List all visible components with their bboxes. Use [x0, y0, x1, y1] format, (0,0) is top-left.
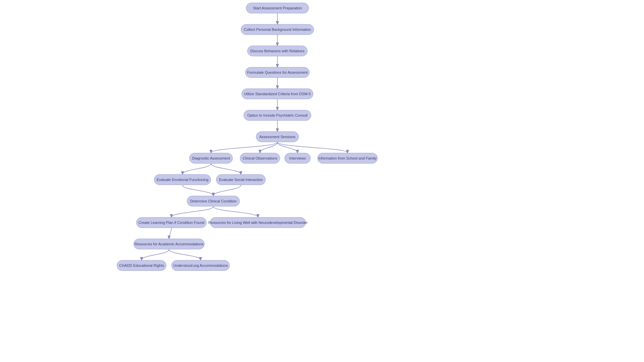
flowchart: Start Assessment PreparationCollect Pers… [0, 0, 644, 362]
node-understood: Understood.org Accommodations [171, 260, 230, 271]
node-assessment: Assessment Sessions [256, 131, 299, 142]
node-determine: Determine Clinical Condition [187, 196, 240, 206]
node-social: Evaluate Social Interaction [216, 174, 266, 185]
node-utilize: Utilize Standardized Criteria from DSM-5 [241, 88, 313, 99]
node-collect: Collect Personal Background Information [241, 24, 314, 35]
node-academic: Resources for Academic Accommodations [133, 239, 205, 249]
node-chadd: CHADD Educational Rights [117, 260, 166, 271]
node-infofamily: Information from School and Family [317, 153, 378, 164]
node-learning: Create Learning Plan if Condition Found [136, 217, 207, 228]
connectors-svg [0, 0, 644, 362]
node-option: Option to Include Psychiatric Consult [244, 110, 311, 121]
node-diagnostic: Diagnostic Assessment [189, 153, 233, 164]
node-discuss: Discuss Behaviors with Relatives [247, 46, 308, 56]
node-formulate: Formulate Questions for Assessment [245, 67, 310, 78]
node-emotional: Evaluate Emotional Functioning [154, 174, 211, 185]
node-clinical: Clinical Observations [240, 153, 280, 164]
node-resources_living: Resources for Living Well with Neurodeve… [210, 217, 306, 228]
node-interviews: Interviews [284, 153, 311, 164]
node-start: Start Assessment Preparation [246, 3, 309, 13]
